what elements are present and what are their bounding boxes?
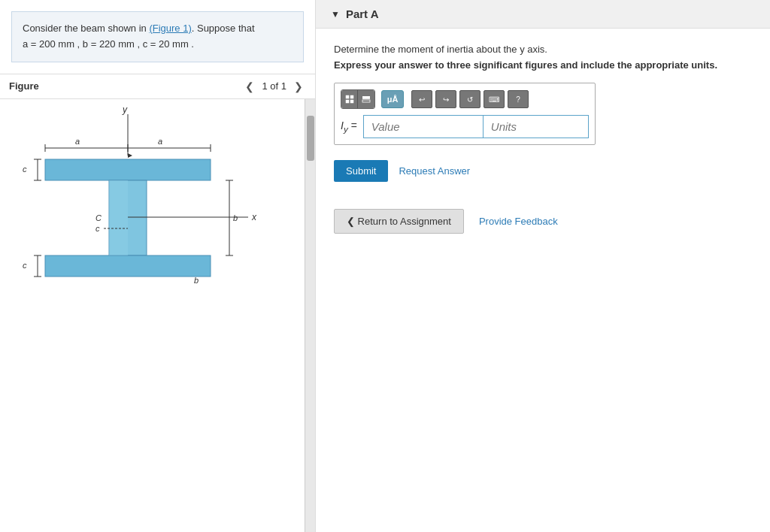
redo-button[interactable]: ↪: [435, 90, 456, 108]
figure-header: Figure ❮ 1 of 1 ❯: [0, 74, 315, 99]
return-to-assignment-button[interactable]: ❮ Return to Assignment: [334, 209, 464, 234]
expression-instruction: Express your answer to three significant…: [334, 59, 752, 71]
input-row: Iy =: [341, 115, 589, 138]
instruction-text: Determine the moment of inertia about th…: [334, 44, 752, 55]
svg-text:a: a: [158, 137, 162, 146]
svg-rect-2: [45, 255, 211, 277]
figure-title: Figure: [9, 80, 39, 92]
svg-text:C: C: [95, 213, 102, 222]
undo-button[interactable]: ↩: [411, 90, 432, 108]
svg-rect-33: [346, 100, 349, 103]
scrollbar-thumb[interactable]: [307, 116, 314, 161]
svg-text:b: b: [194, 276, 199, 285]
figure-scrollbar[interactable]: [305, 99, 315, 532]
format-buttons[interactable]: [341, 89, 375, 109]
submit-button[interactable]: Submit: [334, 160, 388, 182]
provide-feedback-link[interactable]: Provide Feedback: [479, 216, 558, 227]
svg-text:b: b: [233, 213, 238, 222]
request-answer-link[interactable]: Request Answer: [399, 165, 470, 177]
figure-prev-button[interactable]: ❮: [242, 79, 257, 94]
part-content: Determine the moment of inertia about th…: [316, 29, 770, 197]
figure-image: y x C c a a: [0, 99, 305, 532]
problem-text-prefix: Consider the beam shown in: [23, 23, 149, 34]
problem-statement: Consider the beam shown in (Figure 1). S…: [11, 11, 304, 62]
part-header: ▼ Part A: [316, 0, 770, 29]
fraction-icon[interactable]: [358, 90, 374, 108]
reset-button[interactable]: ↺: [459, 90, 480, 108]
figure-area: Figure ❮ 1 of 1 ❯: [0, 74, 315, 532]
svg-rect-35: [362, 96, 370, 98]
units-input[interactable]: [484, 115, 589, 138]
svg-rect-0: [45, 159, 211, 180]
help-button[interactable]: ?: [508, 90, 529, 108]
answer-box: μÅ ↩ ↪ ↺ ⌨ ?: [334, 83, 596, 145]
right-panel: ▼ Part A Determine the moment of inertia…: [316, 0, 770, 532]
svg-rect-34: [350, 100, 353, 103]
value-input[interactable]: [363, 115, 484, 138]
svg-rect-31: [346, 95, 349, 98]
problem-text-suffix: . Suppose that: [192, 23, 255, 34]
svg-rect-36: [362, 100, 370, 102]
svg-text:a: a: [75, 137, 80, 146]
mu-button[interactable]: μÅ: [381, 90, 404, 108]
figure-nav-label: 1 of 1: [262, 80, 286, 92]
svg-rect-3: [109, 180, 128, 255]
toolbar: μÅ ↩ ↪ ↺ ⌨ ?: [341, 89, 589, 109]
problem-variables: a = 200 mm , b = 220 mm , c = 20 mm .: [23, 38, 194, 50]
equation-label: Iy =: [341, 119, 357, 134]
keyboard-button[interactable]: ⌨: [484, 90, 505, 108]
svg-text:y: y: [122, 104, 128, 115]
part-triangle-icon: ▼: [331, 9, 340, 20]
part-title: Part A: [346, 8, 379, 20]
svg-text:c: c: [23, 165, 27, 174]
svg-rect-32: [350, 95, 353, 98]
figure-next-button[interactable]: ❯: [291, 79, 306, 94]
svg-text:c: c: [95, 224, 100, 233]
grid-icon[interactable]: [341, 90, 358, 108]
action-row: Submit Request Answer: [334, 160, 752, 182]
bottom-actions: ❮ Return to Assignment Provide Feedback: [316, 197, 770, 246]
svg-text:x: x: [251, 212, 257, 222]
figure-nav: ❮ 1 of 1 ❯: [242, 79, 306, 94]
figure-link[interactable]: (Figure 1): [149, 23, 191, 34]
svg-text:c: c: [23, 261, 27, 270]
